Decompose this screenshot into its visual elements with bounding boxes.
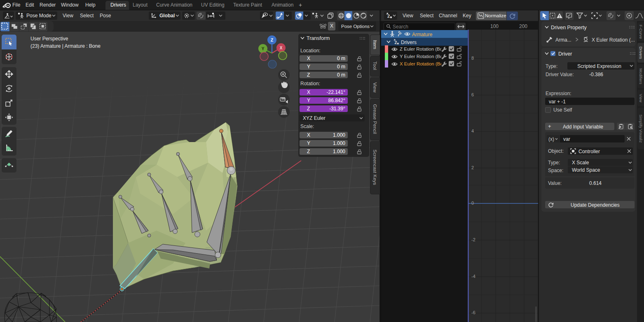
svg-text:X: X [280, 46, 283, 50]
svg-text:Y: Y [262, 47, 265, 51]
svg-text:Z: Z [271, 38, 273, 42]
svg-text:2: 2 [395, 40, 397, 45]
svg-text:2: 2 [387, 14, 390, 19]
